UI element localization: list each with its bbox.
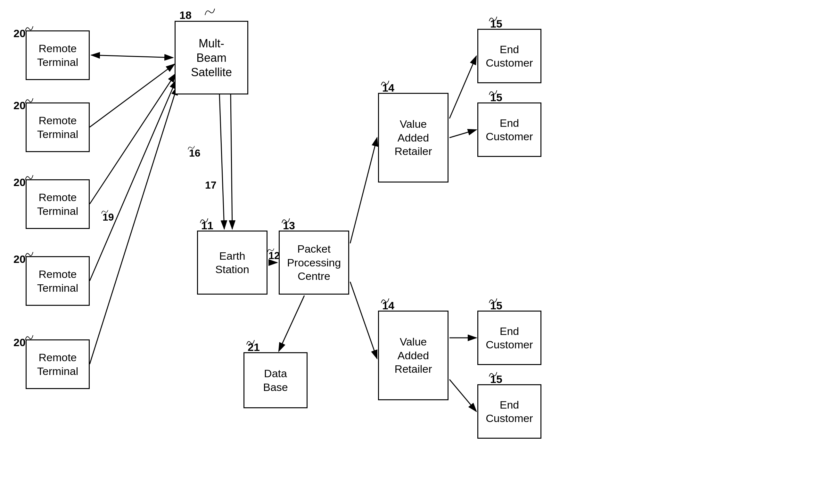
- remote-terminal-4: RemoteTerminal: [26, 256, 90, 306]
- database-box: DataBase: [243, 352, 307, 408]
- svg-line-8: [90, 80, 176, 281]
- svg-line-7: [90, 74, 175, 204]
- remote-terminal-2: RemoteTerminal: [26, 102, 90, 152]
- svg-line-9: [90, 86, 177, 364]
- var-top-box: ValueAddedRetailer: [378, 93, 449, 183]
- svg-line-13: [279, 296, 304, 351]
- svg-line-14: [450, 56, 477, 118]
- remote2-label: 20: [13, 99, 26, 112]
- remote-terminal-5: RemoteTerminal: [26, 339, 90, 389]
- svg-line-17: [450, 379, 477, 411]
- svg-line-3: [91, 55, 173, 58]
- end-customer-4: EndCustomer: [477, 384, 542, 439]
- svg-line-4: [231, 94, 232, 229]
- end-customer-2: EndCustomer: [477, 102, 542, 157]
- satellite-box: Mult- Beam Satellite: [175, 21, 248, 94]
- end-customer-1: EndCustomer: [477, 29, 542, 83]
- svg-line-15: [450, 130, 477, 138]
- svg-line-12: [350, 282, 377, 359]
- var-bottom-box: ValueAddedRetailer: [378, 311, 449, 400]
- remote-terminal-3: RemoteTerminal: [26, 179, 90, 229]
- svg-line-5: [219, 94, 224, 229]
- packet-processing-box: PacketProcessingCentre: [279, 231, 349, 295]
- svg-line-6: [90, 64, 175, 127]
- svg-line-11: [350, 138, 377, 243]
- earth-station-box: EarthStation: [197, 231, 267, 295]
- remote5-label: 20: [13, 336, 26, 349]
- satellite-label: 18: [179, 9, 191, 21]
- remote4-label: 20: [13, 253, 26, 265]
- remote-terminal-1: RemoteTerminal: [26, 30, 90, 80]
- end-customer-3: EndCustomer: [477, 311, 542, 365]
- remote3-label: 20: [13, 176, 26, 189]
- label-17: 17: [205, 179, 216, 191]
- remote1-label: 20: [13, 27, 26, 40]
